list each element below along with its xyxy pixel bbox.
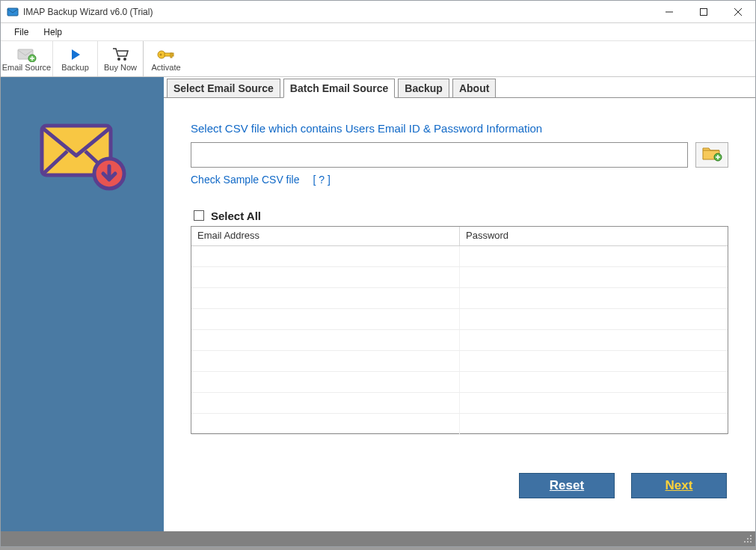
toolbar-email-source[interactable]: Email Source bbox=[1, 41, 53, 76]
cell-email bbox=[191, 246, 460, 266]
maximize-button[interactable] bbox=[686, 1, 721, 23]
backup-play-icon bbox=[69, 46, 82, 63]
browse-csv-button[interactable] bbox=[695, 142, 728, 168]
grid-body bbox=[191, 246, 728, 433]
table-row[interactable] bbox=[191, 288, 728, 309]
cell-email bbox=[191, 393, 460, 413]
folder-add-icon bbox=[701, 145, 722, 165]
titlebar-left: IMAP Backup Wizard v6.0 (Trial) bbox=[1, 6, 153, 18]
tab-batch-email-source[interactable]: Batch Email Source bbox=[283, 79, 396, 98]
tab-select-email-source[interactable]: Select Email Source bbox=[167, 79, 280, 98]
cell-password bbox=[460, 288, 728, 308]
table-row[interactable] bbox=[191, 309, 728, 330]
toolbar-backup-label: Backup bbox=[61, 63, 89, 72]
cell-password bbox=[460, 372, 728, 392]
toolbar-buy-now-label: Buy Now bbox=[104, 63, 137, 72]
app-window: IMAP Backup Wizard v6.0 (Trial) File Hel… bbox=[0, 0, 756, 547]
select-all-label: Select All bbox=[211, 210, 261, 222]
table-row[interactable] bbox=[191, 267, 728, 288]
toolbar-email-source-label: Email Source bbox=[2, 63, 51, 72]
svg-point-18 bbox=[750, 538, 752, 540]
cell-email bbox=[191, 414, 460, 434]
body: Select Email Source Batch Email Source B… bbox=[1, 77, 755, 531]
cell-password bbox=[460, 393, 728, 413]
table-row[interactable] bbox=[191, 414, 728, 435]
menu-file[interactable]: File bbox=[7, 25, 36, 39]
svg-point-20 bbox=[747, 541, 749, 543]
svg-point-12 bbox=[160, 53, 162, 55]
grid-header: Email Address Password bbox=[191, 227, 728, 246]
menubar: File Help bbox=[1, 23, 755, 41]
footer-buttons: Reset Next bbox=[519, 473, 727, 498]
toolbar-backup[interactable]: Backup bbox=[53, 41, 98, 76]
tab-about[interactable]: About bbox=[452, 79, 496, 98]
app-icon bbox=[7, 6, 19, 18]
svg-point-8 bbox=[123, 58, 126, 61]
instruction-text: Select CSV file which contains Users Ema… bbox=[191, 122, 728, 135]
column-password[interactable]: Password bbox=[460, 227, 728, 245]
close-button[interactable] bbox=[721, 1, 755, 23]
toolbar: Email Source Backup Buy Now bbox=[1, 41, 755, 77]
cell-password bbox=[460, 309, 728, 329]
table-row[interactable] bbox=[191, 393, 728, 414]
credentials-grid[interactable]: Email Address Password bbox=[191, 226, 728, 434]
csv-path-input[interactable] bbox=[191, 142, 688, 168]
cell-password bbox=[460, 414, 728, 434]
sample-link-row: Check Sample CSV file [ ? ] bbox=[191, 174, 728, 186]
check-sample-csv-link[interactable]: Check Sample CSV file bbox=[191, 174, 300, 186]
titlebar: IMAP Backup Wizard v6.0 (Trial) bbox=[1, 1, 755, 23]
cell-email bbox=[191, 309, 460, 329]
resize-grip-icon[interactable] bbox=[742, 533, 752, 545]
svg-point-17 bbox=[747, 538, 749, 540]
svg-rect-2 bbox=[701, 8, 707, 15]
cell-email bbox=[191, 267, 460, 287]
content-area: Select Email Source Batch Email Source B… bbox=[164, 77, 755, 531]
minimize-button[interactable] bbox=[652, 1, 686, 23]
sidebar bbox=[1, 77, 164, 531]
shopping-cart-icon bbox=[111, 46, 129, 63]
toolbar-buy-now[interactable]: Buy Now bbox=[98, 41, 143, 76]
cell-password bbox=[460, 351, 728, 371]
help-link[interactable]: [ ? ] bbox=[313, 174, 331, 186]
toolbar-activate-label: Activate bbox=[151, 63, 180, 72]
csv-file-row bbox=[191, 142, 728, 168]
cell-password bbox=[460, 267, 728, 287]
table-row[interactable] bbox=[191, 330, 728, 351]
select-all-row: Select All bbox=[191, 208, 728, 223]
toolbar-activate[interactable]: Activate bbox=[144, 41, 188, 76]
reset-button[interactable]: Reset bbox=[519, 473, 615, 498]
svg-rect-11 bbox=[170, 53, 172, 58]
svg-rect-0 bbox=[7, 8, 18, 16]
next-button[interactable]: Next bbox=[631, 473, 727, 498]
table-row[interactable] bbox=[191, 246, 728, 267]
table-row[interactable] bbox=[191, 351, 728, 372]
email-source-icon bbox=[17, 46, 37, 63]
table-row[interactable] bbox=[191, 372, 728, 393]
tab-backup[interactable]: Backup bbox=[398, 79, 449, 98]
svg-point-21 bbox=[750, 541, 752, 543]
cell-email bbox=[191, 351, 460, 371]
cell-email bbox=[191, 330, 460, 350]
column-email[interactable]: Email Address bbox=[191, 227, 460, 245]
svg-point-16 bbox=[750, 535, 752, 537]
cell-password bbox=[460, 330, 728, 350]
cell-email bbox=[191, 372, 460, 392]
svg-point-7 bbox=[117, 58, 120, 61]
key-icon bbox=[156, 46, 176, 63]
envelope-download-icon bbox=[37, 118, 127, 196]
window-title: IMAP Backup Wizard v6.0 (Trial) bbox=[23, 7, 153, 17]
cell-email bbox=[191, 288, 460, 308]
cell-password bbox=[460, 246, 728, 266]
tabs: Select Email Source Batch Email Source B… bbox=[164, 77, 755, 98]
select-all-checkbox[interactable] bbox=[194, 210, 204, 221]
svg-point-19 bbox=[744, 541, 746, 543]
batch-email-source-panel: Select CSV file which contains Users Ema… bbox=[164, 98, 755, 531]
window-controls bbox=[652, 1, 755, 23]
menu-help[interactable]: Help bbox=[36, 25, 70, 39]
statusbar bbox=[1, 531, 755, 546]
